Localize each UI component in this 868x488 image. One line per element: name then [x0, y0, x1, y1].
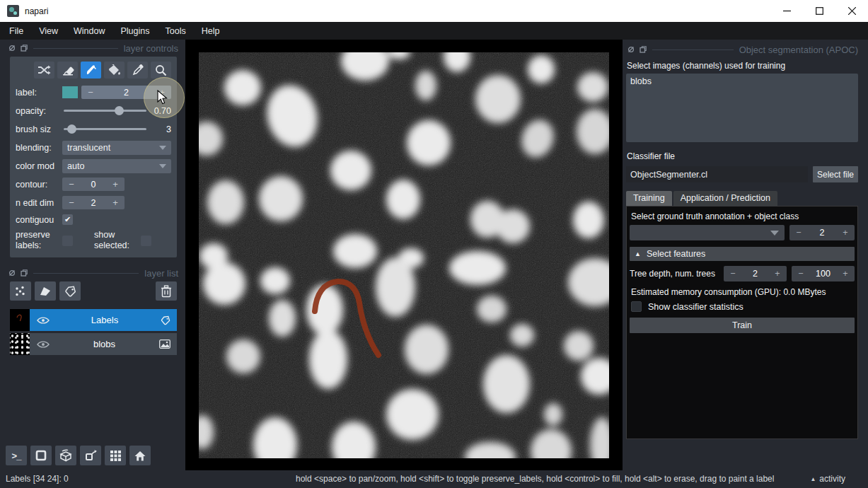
transpose-icon — [84, 449, 98, 462]
napari-logo-icon — [7, 5, 19, 17]
show-selected-checkbox[interactable] — [141, 236, 151, 246]
new-labels-layer-button[interactable] — [59, 281, 81, 301]
brush-size-value: 3 — [151, 124, 171, 134]
cube-3d-icon — [59, 449, 73, 463]
viewer-canvas[interactable] — [185, 40, 623, 470]
activity-arrow-icon: ▲ — [810, 476, 816, 482]
color-mode-dropdown[interactable]: auto — [62, 159, 171, 173]
classifier-filename-input[interactable]: ObjectSegmenter.cl — [626, 166, 808, 182]
tree-depth-spinbox: − 2 + — [724, 266, 787, 281]
layer-list-dock-header: layer list — [8, 267, 178, 279]
menu-tools[interactable]: Tools — [158, 22, 194, 40]
console-button[interactable]: >_ — [6, 446, 27, 465]
labels-type-icon — [160, 315, 170, 325]
select-file-button[interactable]: Select file — [813, 166, 858, 182]
activity-label: activity — [819, 474, 845, 484]
labels-layer-row[interactable]: Labels — [30, 309, 177, 331]
erase-tool-button[interactable] — [57, 62, 78, 79]
zoom-tool-button[interactable] — [151, 62, 171, 79]
contour-value[interactable]: 0 — [81, 180, 106, 190]
maximize-button[interactable] — [803, 0, 835, 22]
color-picker-tool-button[interactable] — [127, 62, 148, 79]
show-classifier-statistics-checkbox[interactable] — [631, 301, 642, 312]
preserve-labels-checkbox[interactable] — [62, 236, 73, 246]
collapse-arrow-icon: ▲ — [635, 250, 641, 257]
ground-truth-label: Select ground truth annotation + object … — [631, 211, 853, 221]
grid-view-button[interactable] — [105, 446, 126, 465]
tree-depth-value[interactable]: 2 — [742, 269, 768, 279]
object-class-decrement-button[interactable]: − — [789, 228, 808, 238]
dock-hide-icon[interactable] — [8, 45, 16, 52]
contiguous-row-label: contiguou — [16, 215, 62, 225]
object-class-value[interactable]: 2 — [808, 228, 836, 238]
ground-truth-dropdown[interactable] — [630, 225, 785, 240]
n-edit-dim-decrement-button[interactable]: − — [62, 197, 81, 208]
dock-float-icon[interactable] — [21, 45, 28, 52]
list-item[interactable]: blobs — [630, 76, 854, 86]
pipette-icon — [132, 64, 144, 76]
roll-dims-button[interactable] — [80, 446, 101, 465]
delete-layer-button[interactable] — [156, 281, 177, 301]
dock-float-icon[interactable] — [21, 269, 28, 277]
n-edit-dim-increment-button[interactable]: + — [106, 197, 125, 208]
tree-depth-label: Tree depth, num. trees — [630, 269, 715, 279]
visibility-eye-icon[interactable] — [37, 316, 50, 325]
fill-tool-button[interactable] — [104, 62, 125, 79]
menu-file[interactable]: File — [1, 22, 31, 40]
contiguous-checkbox[interactable]: ✔ — [62, 214, 73, 225]
label-value[interactable]: 2 — [100, 88, 153, 98]
contour-row-label: contour: — [16, 180, 62, 190]
new-shapes-layer-button[interactable] — [35, 281, 56, 301]
napari-window: napari File View Window Plugins Tools He… — [0, 0, 868, 488]
tab-application-prediction[interactable]: Application / Prediction — [673, 191, 777, 206]
brush-size-row-label: brush siz — [16, 124, 62, 134]
rotate-3d-button[interactable] — [55, 446, 76, 465]
train-button[interactable]: Train — [630, 318, 855, 333]
label-increment-button[interactable]: + — [153, 87, 171, 98]
chevron-down-icon — [770, 231, 779, 236]
blending-dropdown[interactable]: translucent — [62, 141, 171, 155]
activity-toggle[interactable]: ▲ activity — [810, 474, 845, 484]
dock-hide-icon[interactable] — [8, 269, 16, 277]
tab-training[interactable]: Training — [626, 191, 672, 206]
num-trees-decrement-button[interactable]: − — [792, 269, 810, 279]
n-edit-dim-value[interactable]: 2 — [81, 198, 106, 208]
layer-name: blobs — [50, 339, 159, 349]
magnifier-icon — [155, 64, 167, 76]
dock-float-icon[interactable] — [640, 46, 647, 53]
brush-size-slider[interactable] — [62, 123, 148, 135]
minimize-button[interactable] — [770, 0, 803, 22]
opacity-row-label: opacity: — [16, 106, 62, 116]
menu-window[interactable]: Window — [66, 22, 112, 40]
select-features-collapsible[interactable]: ▲ Select features — [630, 247, 855, 261]
menu-help[interactable]: Help — [194, 22, 228, 40]
training-images-listbox[interactable]: blobs — [626, 74, 858, 142]
menu-plugins[interactable]: Plugins — [113, 22, 158, 40]
tree-depth-increment-button[interactable]: + — [768, 269, 787, 279]
tree-depth-decrement-button[interactable]: − — [724, 269, 742, 279]
num-trees-increment-button[interactable]: + — [836, 269, 855, 279]
object-class-increment-button[interactable]: + — [836, 228, 855, 238]
blobs-image — [199, 52, 609, 458]
num-trees-value[interactable]: 100 — [810, 269, 836, 279]
blobs-layer-row[interactable]: blobs — [30, 333, 177, 355]
label-decrement-button[interactable]: − — [81, 87, 100, 98]
show-selected-label: show selected: — [94, 230, 135, 251]
eraser-icon — [62, 65, 74, 76]
label-color-swatch[interactable] — [62, 86, 78, 98]
menu-view[interactable]: View — [31, 22, 66, 40]
contour-decrement-button[interactable]: − — [62, 179, 81, 190]
paint-tool-button[interactable] — [81, 62, 101, 79]
new-points-layer-button[interactable] — [10, 281, 31, 301]
close-button[interactable] — [835, 0, 868, 22]
num-trees-spinbox: − 100 + — [792, 266, 855, 281]
ndisplay-2d-button[interactable] — [30, 446, 52, 465]
visibility-eye-icon[interactable] — [37, 340, 50, 349]
home-reset-view-button[interactable] — [129, 446, 151, 465]
shuffle-colors-tool-button[interactable] — [34, 62, 54, 79]
dock-hide-icon[interactable] — [627, 46, 635, 53]
contour-increment-button[interactable]: + — [106, 179, 125, 190]
window-title: napari — [25, 6, 48, 16]
color-mode-value: auto — [67, 161, 84, 171]
opacity-slider[interactable] — [62, 105, 148, 117]
